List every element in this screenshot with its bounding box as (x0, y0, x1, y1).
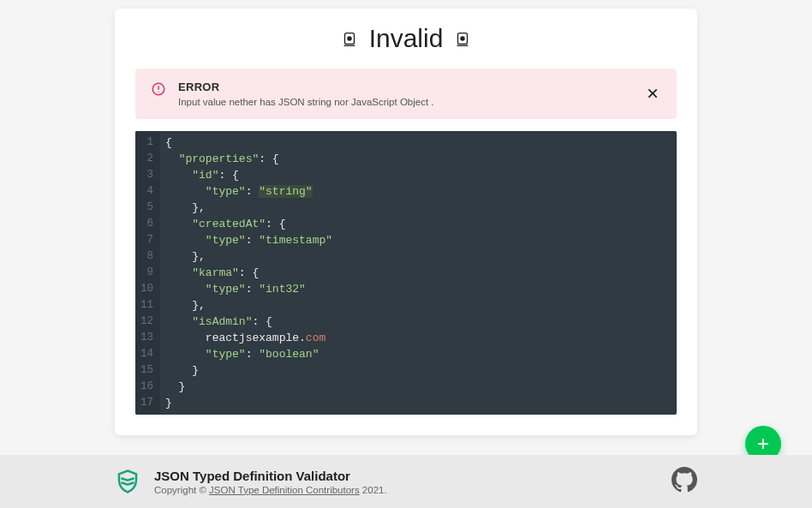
line-number: 17 (140, 395, 153, 411)
svg-point-5 (461, 36, 466, 41)
code-editor[interactable]: 1234567891011121314151617 { "properties"… (135, 131, 677, 415)
code-line: "type": "boolean" (165, 346, 332, 362)
error-body: ERROR Input value nether has JSON string… (178, 81, 632, 107)
line-number: 5 (140, 200, 153, 216)
footer: JSON Typed Definition Validator Copyrigh… (0, 455, 812, 508)
line-number: 6 (140, 216, 153, 232)
line-number: 2 (140, 151, 153, 167)
code-line: "type": "string" (165, 183, 332, 200)
code-line: }, (165, 297, 332, 314)
github-icon (672, 467, 697, 493)
line-number: 12 (140, 314, 153, 330)
line-number: 11 (140, 297, 153, 314)
code-line: "karma": { (165, 265, 332, 281)
svg-point-8 (158, 92, 158, 93)
code-line: }, (165, 248, 332, 265)
shield-icon (115, 469, 140, 494)
footer-text: JSON Typed Definition Validator Copyrigh… (154, 469, 658, 495)
close-icon (646, 87, 660, 100)
copyright-prefix: Copyright © (154, 485, 209, 495)
line-number: 16 (140, 379, 153, 395)
title-row: Invalid (135, 24, 677, 53)
code-line: } (165, 362, 332, 379)
line-number: 13 (140, 330, 153, 346)
code-line: "type": "int32" (165, 281, 332, 297)
code-line: "createdAt": { (165, 216, 332, 232)
line-number-gutter: 1234567891011121314151617 (135, 131, 160, 415)
error-banner: ERROR Input value nether has JSON string… (135, 69, 677, 119)
line-number: 7 (140, 232, 153, 248)
line-number: 15 (140, 362, 153, 379)
line-number: 4 (140, 183, 153, 200)
code-line: }, (165, 200, 332, 216)
code-line: reactjsexample.com (165, 330, 332, 346)
line-number: 9 (140, 265, 153, 281)
line-number: 14 (140, 346, 153, 362)
code-line: "type": "timestamp" (165, 232, 332, 248)
main-card: Invalid ERROR Input value nether has JSO… (115, 9, 697, 435)
plus-icon: + (757, 433, 769, 454)
line-number: 3 (140, 167, 153, 183)
close-error-button[interactable] (644, 84, 661, 105)
footer-title: JSON Typed Definition Validator (154, 469, 658, 483)
github-link[interactable] (672, 467, 697, 496)
alarm-icon-left (340, 29, 359, 48)
line-number: 1 (140, 134, 153, 151)
footer-inner: JSON Typed Definition Validator Copyrigh… (115, 467, 697, 496)
page-title: Invalid (369, 24, 444, 53)
copyright-year: 2021. (360, 485, 387, 495)
contributors-link[interactable]: JSON Type Definition Contributors (209, 485, 360, 495)
code-line: "id": { (165, 167, 332, 183)
code-line: "isAdmin": { (165, 314, 332, 330)
error-message: Input value nether has JSON string nor J… (178, 97, 632, 107)
code-line: { (165, 134, 332, 151)
code-line: } (165, 395, 332, 411)
footer-copyright: Copyright © JSON Type Definition Contrib… (154, 485, 658, 495)
error-title: ERROR (178, 81, 632, 93)
alarm-icon-right (453, 29, 472, 48)
code-body: { "properties": { "id": { "type": "strin… (160, 131, 341, 415)
svg-point-2 (347, 36, 352, 41)
code-line: } (165, 379, 332, 395)
line-number: 10 (140, 281, 153, 297)
error-icon (151, 81, 166, 97)
code-line: "properties": { (165, 151, 332, 167)
line-number: 8 (140, 248, 153, 265)
